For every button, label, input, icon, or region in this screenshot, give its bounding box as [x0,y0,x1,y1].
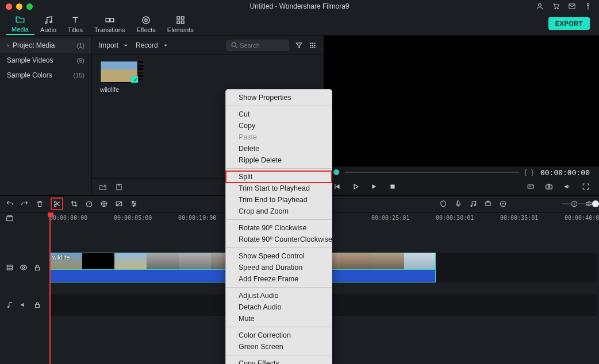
stop-button[interactable] [389,183,397,191]
search-input[interactable] [239,41,279,49]
sidebar-item-label: Project Media [13,41,55,49]
crop-button[interactable] [70,200,78,208]
marker-button[interactable] [439,200,447,208]
menu-item-color-correction[interactable]: Color Correction [226,330,332,341]
menu-item-copy[interactable]: Copy [226,120,332,131]
tab-media[interactable]: Media [6,13,34,35]
audio-mixer-button[interactable] [469,200,477,208]
zoom-track[interactable] [562,203,599,204]
scrubber-head[interactable] [333,169,339,175]
menu-item-adjust-audio[interactable]: Adjust Audio [226,290,332,301]
menu-item-rotate-90-counterclockwise[interactable]: Rotate 90º CounterClockwise [226,234,332,245]
mark-in-out-icon[interactable]: { } [525,168,535,176]
cart-icon[interactable] [552,2,560,10]
tab-effects[interactable]: Effects [130,13,161,35]
svg-rect-47 [486,202,490,206]
notification-icon[interactable] [584,2,592,10]
close-button[interactable] [6,3,12,10]
fullscreen-icon[interactable] [582,183,590,191]
menu-item-speed-and-duration[interactable]: Speed and Duration [226,262,332,273]
menu-item-show-properties[interactable]: Show Properties [226,92,332,103]
undo-button[interactable] [6,200,14,208]
menu-item-crop-and-zoom[interactable]: Crop and Zoom [226,206,332,217]
filter-icon[interactable] [295,41,303,49]
window-title: Untitled - Wondershare Filmora9 [0,2,599,10]
menu-item-label: Speed and Duration [239,264,302,272]
minimize-button[interactable] [16,3,22,10]
ruler-tick: 00:00:10:00 [178,215,216,221]
visibility-icon[interactable] [20,264,28,272]
green-screen-button[interactable] [115,200,123,208]
account-icon[interactable] [536,2,544,10]
sidebar-item-sample-colors[interactable]: Sample Colors (15) [0,68,91,83]
snapshot-icon[interactable] [545,183,553,191]
next-frame-button[interactable] [370,183,378,191]
prev-frame-button[interactable] [333,183,341,191]
split-button[interactable] [51,198,63,210]
play-button[interactable] [352,183,360,191]
quality-icon[interactable] [527,183,535,191]
menu-item-mute[interactable]: Mute [226,313,332,324]
menu-item-label: Add Freeze Frame [239,275,298,283]
context-menu[interactable]: Show PropertiesCutCopyPasteDeleteRipple … [225,89,332,364]
svg-rect-44 [457,201,459,204]
playhead[interactable] [49,212,51,364]
render-button[interactable] [484,200,492,208]
zoom-slider[interactable] [499,200,578,208]
voiceover-button[interactable] [454,200,462,208]
menu-item-add-freeze-frame[interactable]: Add Freeze Frame [226,273,332,285]
message-icon[interactable] [568,2,576,10]
sidebar-item-sample-videos[interactable]: Sample Videos (9) [0,53,91,68]
menu-item-show-speed-control[interactable]: Show Speed Control [226,250,332,262]
color-button[interactable] [100,200,108,208]
music-icon[interactable] [6,301,14,309]
menu-item-copy-effects[interactable]: Copy Effects [226,358,332,364]
record-dropdown[interactable]: Record [136,41,170,49]
tab-transitions[interactable]: Transitions [89,13,130,35]
menu-item-rotate-90-clockwise[interactable]: Rotate 90º Clockwise [226,222,332,234]
menu-item-ripple-delete[interactable]: Ripple Delete [226,154,332,166]
menu-item-delete[interactable]: Delete [226,143,332,154]
sidebar-item-count: (9) [77,57,85,64]
import-file-icon[interactable] [115,183,123,191]
export-button[interactable]: EXPORT [548,17,590,30]
preview-scrubber[interactable]: { } 00:00:00:00 [324,166,599,178]
speed-button[interactable] [85,200,93,208]
zoom-out-icon[interactable] [499,200,507,208]
search-box[interactable] [226,40,289,51]
menu-item-split[interactable]: Split [226,171,332,183]
delete-button[interactable] [36,200,44,208]
svg-point-21 [310,44,311,45]
track-manager-icon[interactable] [6,212,14,225]
menu-item-cut[interactable]: Cut [226,109,332,120]
tab-label: Elements [167,26,194,33]
tab-elements[interactable]: Elements [162,13,199,35]
zoom-knob[interactable] [592,200,599,207]
mute-icon[interactable] [20,301,28,309]
media-item[interactable]: ✓ wildlife [100,61,138,93]
preview-video[interactable] [324,36,599,166]
menu-item-green-screen[interactable]: Green Screen [226,341,332,353]
menu-item-label: Split [239,173,252,181]
grid-view-icon[interactable] [309,41,317,49]
lock-icon[interactable] [33,301,41,309]
menu-item-detach-audio[interactable]: Detach Audio [226,301,332,313]
svg-rect-58 [7,265,12,270]
filmstrip-icon[interactable] [6,264,14,272]
tab-audio[interactable]: Audio [34,13,62,35]
ruler-tick: 00:00:30:01 [436,215,474,221]
svg-point-6 [45,22,47,24]
menu-item-trim-start-to-playhead[interactable]: Trim Start to Playhead [226,183,332,194]
maximize-button[interactable] [26,3,33,10]
tab-titles[interactable]: Titles [62,13,89,35]
redo-button[interactable] [21,200,29,208]
import-dropdown[interactable]: Import [99,41,130,49]
sidebar-item-count: (1) [77,42,85,49]
volume-icon[interactable] [563,183,571,191]
sidebar-item-project-media[interactable]: ›Project Media (1) [0,38,91,53]
lock-icon[interactable] [33,264,41,272]
new-folder-icon[interactable] [99,183,107,191]
menu-item-trim-end-to-playhead[interactable]: Trim End to Playhead [226,194,332,206]
scrubber-track[interactable] [345,172,519,173]
adjust-button[interactable] [130,200,138,208]
